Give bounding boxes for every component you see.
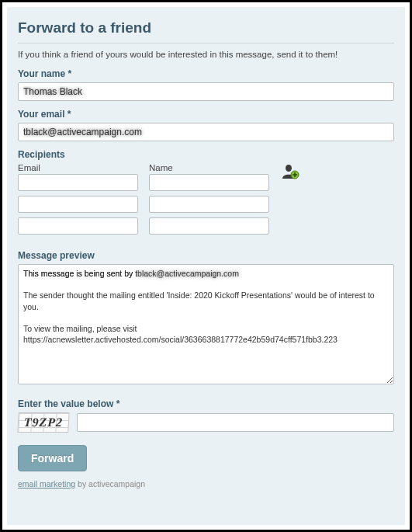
captcha-image: T9ZP2	[17, 412, 69, 433]
message-preview-textarea[interactable]	[18, 264, 394, 384]
intro-text: If you think a friend of yours would be …	[18, 50, 394, 59]
recipients-name-col: Name	[149, 163, 269, 239]
recipient-email-input[interactable]	[18, 196, 138, 213]
message-preview-label: Message preview	[18, 250, 394, 261]
form-panel: Forward to a friend If you think a frien…	[7, 7, 405, 525]
recipients-label: Recipients	[18, 149, 394, 160]
recipient-name-input[interactable]	[149, 174, 269, 191]
recipients-email-header: Email	[18, 163, 138, 172]
recipient-name-input[interactable]	[149, 217, 269, 235]
page-title: Forward to a friend	[18, 19, 394, 37]
recipients-name-header: Name	[149, 163, 269, 172]
your-email-input[interactable]	[18, 123, 394, 141]
captcha-block: Enter the value below * T9ZP2	[18, 398, 394, 433]
footer-link[interactable]: email marketing	[18, 479, 75, 489]
your-name-input[interactable]	[18, 82, 394, 101]
window-frame: Forward to a friend If you think a frien…	[0, 0, 412, 532]
recipient-email-input[interactable]	[18, 217, 138, 235]
message-preview-block: Message preview This message is being se…	[18, 250, 394, 388]
footer: email marketing by activecampaign	[18, 479, 394, 489]
add-recipient-button[interactable]	[280, 163, 300, 180]
svg-point-0	[286, 165, 292, 172]
your-email-block: Your email *	[18, 109, 394, 141]
footer-suffix: by activecampaign	[75, 479, 145, 489]
add-person-icon	[281, 163, 299, 180]
your-name-label: Your name *	[18, 68, 394, 79]
recipient-email-input[interactable]	[18, 174, 138, 191]
recipients-block: Recipients Email Name	[18, 149, 394, 239]
captcha-label: Enter the value below *	[18, 398, 394, 409]
divider	[18, 43, 394, 43]
your-email-label: Your email *	[18, 109, 394, 120]
your-name-block: Your name *	[18, 68, 394, 101]
captcha-input[interactable]	[77, 413, 394, 432]
recipients-email-col: Email	[18, 163, 138, 239]
forward-button[interactable]: Forward	[18, 445, 87, 471]
recipient-name-input[interactable]	[149, 196, 269, 213]
